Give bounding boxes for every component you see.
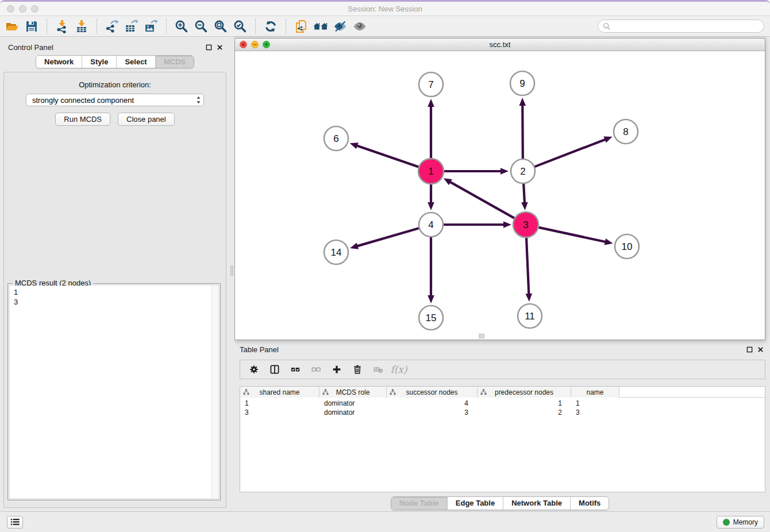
split-columns-button[interactable]	[267, 361, 283, 377]
zoom-network-icon[interactable]	[263, 41, 270, 48]
edge-3-11[interactable]	[525, 237, 532, 302]
hide-selected-button[interactable]	[330, 18, 350, 35]
table-row[interactable]: 3dominator323	[240, 408, 765, 418]
zoom-fit-button[interactable]	[211, 18, 230, 35]
close-panel-icon[interactable]	[217, 44, 223, 51]
network-window-title: scc.txt	[235, 40, 765, 49]
edge-4-14[interactable]	[350, 228, 419, 249]
table-toolbar: f(x)	[240, 360, 765, 379]
search-input[interactable]	[611, 21, 764, 32]
function-builder-button: f(x)	[391, 361, 407, 377]
edge-2-3[interactable]	[521, 184, 528, 210]
edge-2-9[interactable]	[519, 98, 526, 159]
node-11[interactable]: 11	[518, 304, 542, 328]
criterion-dropdown[interactable]: strongly connected component	[26, 94, 204, 106]
tab-select[interactable]: Select	[117, 56, 155, 68]
column-header-shared-name[interactable]: shared name	[240, 387, 319, 398]
network-window-titlebar: scc.txt	[235, 38, 765, 51]
search-box[interactable]	[598, 20, 764, 33]
column-header-name[interactable]: name	[571, 387, 619, 398]
show-all-button[interactable]	[350, 18, 369, 35]
node-6[interactable]: 6	[324, 126, 348, 151]
zoom-in-button[interactable]	[172, 18, 191, 35]
float-panel-icon[interactable]	[206, 44, 212, 51]
node-3[interactable]: 3	[513, 212, 538, 237]
memory-button[interactable]: Memory	[717, 516, 764, 529]
edge-1-2[interactable]	[444, 168, 509, 175]
close-panel-button[interactable]: Close panel	[118, 113, 175, 126]
svg-text:4: 4	[428, 219, 433, 230]
save-session-button[interactable]	[22, 18, 41, 35]
network-window: scc.txt 1234678910111415	[234, 38, 765, 340]
canvas-scroll-thumb[interactable]	[479, 334, 484, 338]
network-canvas[interactable]: 1234678910111415	[235, 51, 765, 340]
edge-4-15[interactable]	[428, 237, 434, 303]
node-1[interactable]: 1	[418, 159, 444, 184]
zoom-window-button[interactable]	[31, 5, 38, 13]
export-image-button[interactable]	[141, 18, 161, 35]
cell-successor-nodes: 3	[387, 408, 478, 418]
stepper-icon	[196, 95, 201, 105]
tab-style[interactable]: Style	[82, 56, 117, 68]
export-network-button[interactable]	[102, 18, 122, 35]
svg-text:3: 3	[523, 219, 528, 230]
task-history-button[interactable]	[7, 516, 23, 529]
node-9[interactable]: 9	[510, 71, 534, 95]
import-network-button[interactable]	[52, 18, 72, 35]
export-table-button[interactable]	[122, 18, 141, 35]
node-4[interactable]: 4	[419, 213, 443, 237]
toolbar-separator	[97, 19, 97, 34]
delete-row-button[interactable]	[349, 361, 365, 377]
edge-1-6[interactable]	[350, 142, 419, 167]
node-8[interactable]: 8	[614, 119, 638, 144]
deselect-rows-button[interactable]	[308, 361, 324, 377]
table-tab-node-table[interactable]: Node Table	[391, 497, 448, 510]
float-table-panel-icon[interactable]	[746, 346, 753, 353]
edge-1-4[interactable]	[428, 184, 434, 210]
node-10[interactable]: 10	[615, 234, 639, 259]
splitter-grip-icon	[230, 265, 233, 276]
column-header-predecessor-nodes[interactable]: predecessor nodes	[478, 387, 571, 398]
close-network-icon[interactable]	[240, 41, 247, 48]
node-7[interactable]: 7	[419, 72, 443, 97]
close-window-button[interactable]	[7, 5, 14, 13]
memory-dot-icon	[723, 519, 730, 526]
node-14[interactable]: 14	[324, 240, 348, 264]
refresh-view-button[interactable]	[261, 18, 280, 35]
column-header-MCDS-role[interactable]: MCDS role	[319, 387, 387, 398]
table-tab-motifs[interactable]: Motifs	[571, 497, 609, 510]
column-header-successor-nodes[interactable]: successor nodes	[387, 387, 478, 398]
minimize-window-button[interactable]	[19, 5, 26, 13]
tab-mcds[interactable]: MCDS	[156, 56, 194, 68]
node-2[interactable]: 2	[511, 159, 535, 183]
edge-3-10[interactable]	[538, 228, 613, 245]
open-file-button[interactable]	[2, 18, 22, 35]
run-mcds-button[interactable]: Run MCDS	[55, 113, 110, 126]
table-tab-network-table[interactable]: Network Table	[503, 497, 571, 510]
edge-1-7[interactable]	[428, 99, 434, 159]
home-button[interactable]	[311, 18, 330, 35]
result-scrollbar[interactable]	[211, 286, 218, 498]
edge-2-8[interactable]	[535, 137, 613, 167]
import-table-button[interactable]	[72, 18, 91, 35]
cell-MCDS-role: dominator	[319, 399, 387, 408]
add-row-button[interactable]	[329, 361, 345, 377]
select-rows-button[interactable]	[287, 361, 303, 377]
edge-3-1[interactable]	[444, 178, 515, 218]
close-table-panel-icon[interactable]	[757, 346, 764, 353]
table-tab-edge-table[interactable]: Edge Table	[448, 497, 503, 510]
table-tabs: Node TableEdge TableNetwork TableMotifs	[234, 496, 765, 510]
mcds-result-textarea[interactable]: 13	[10, 286, 218, 498]
edge-4-3[interactable]	[444, 221, 511, 228]
svg-text:2: 2	[520, 166, 525, 177]
tab-network[interactable]: Network	[36, 56, 82, 68]
node-15[interactable]: 15	[419, 306, 443, 330]
table-settings-button[interactable]	[246, 361, 262, 377]
minimize-network-icon[interactable]	[251, 41, 259, 48]
clone-network-view-button[interactable]	[291, 18, 311, 35]
table-row[interactable]: 1dominator411	[240, 399, 765, 408]
panel-splitter[interactable]	[230, 37, 234, 511]
cell-predecessor-nodes: 1	[478, 399, 571, 408]
zoom-out-button[interactable]	[191, 18, 211, 35]
zoom-selected-button[interactable]	[230, 18, 250, 35]
